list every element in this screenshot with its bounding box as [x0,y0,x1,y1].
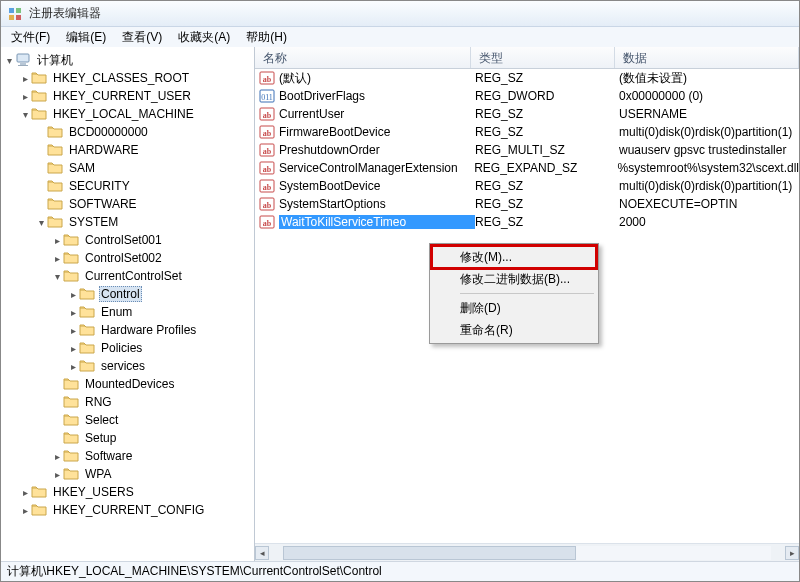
tree-item[interactable]: ▸Control [3,285,254,303]
tree-item-label: HKEY_CLASSES_ROOT [51,71,191,85]
col-data[interactable]: 数据 [615,47,799,68]
tree-item[interactable]: ▸HKEY_USERS [3,483,254,501]
tree-item[interactable]: ▾HKEY_LOCAL_MACHINE [3,105,254,123]
tree-item[interactable]: ▸ControlSet002 [3,249,254,267]
menu-file[interactable]: 文件(F) [3,28,58,47]
menu-view[interactable]: 查看(V) [114,28,170,47]
tree-item[interactable]: ▸HKEY_CURRENT_CONFIG [3,501,254,519]
tree-item-label: HKEY_CURRENT_CONFIG [51,503,206,517]
toggle-icon[interactable]: ▸ [67,343,79,354]
table-row[interactable]: abFirmwareBootDeviceREG_SZmulti(0)disk(0… [255,123,799,141]
tree-item[interactable]: ▸WPA [3,465,254,483]
table-row[interactable]: abCurrentUserREG_SZUSERNAME [255,105,799,123]
tree-item[interactable]: ▸Hardware Profiles [3,321,254,339]
menu-modify-binary[interactable]: 修改二进制数据(B)... [432,268,596,290]
table-row[interactable]: ab(默认)REG_SZ(数值未设置) [255,69,799,87]
tree-item[interactable]: HARDWARE [3,141,254,159]
svg-text:ab: ab [263,129,272,138]
tree-item[interactable]: SAM [3,159,254,177]
app-icon [7,6,23,22]
value-type: REG_MULTI_SZ [475,143,619,157]
tree-item[interactable]: SOFTWARE [3,195,254,213]
menu-fav[interactable]: 收藏夹(A) [170,28,238,47]
folder-icon [63,413,79,427]
menu-delete[interactable]: 删除(D) [432,297,596,319]
table-row[interactable]: abSystemStartOptionsREG_SZ NOEXECUTE=OPT… [255,195,799,213]
string-value-icon: ab [259,214,275,230]
tree-item[interactable]: Setup [3,429,254,447]
tree-item[interactable]: ▸services [3,357,254,375]
folder-icon [47,125,63,139]
statusbar: 计算机\HKEY_LOCAL_MACHINE\SYSTEM\CurrentCon… [1,561,799,581]
horizontal-scrollbar[interactable]: ◂ ▸ [255,543,799,561]
toggle-icon[interactable]: ▸ [51,235,63,246]
table-row[interactable]: 011BootDriverFlagsREG_DWORD0x00000000 (0… [255,87,799,105]
scroll-thumb[interactable] [283,546,576,560]
menu-modify[interactable]: 修改(M)... [432,246,596,268]
table-row[interactable]: abSystemBootDeviceREG_SZmulti(0)disk(0)r… [255,177,799,195]
tree-item[interactable]: Select [3,411,254,429]
tree-item-label: Enum [99,305,134,319]
toggle-icon[interactable]: ▸ [51,451,63,462]
tree-item-label: SAM [67,161,97,175]
tree-root[interactable]: ▾计算机 [3,51,254,69]
toggle-icon[interactable]: ▸ [19,505,31,516]
tree-item-label: Software [83,449,134,463]
toggle-icon[interactable]: ▾ [51,271,63,282]
table-row[interactable]: abServiceControlManagerExtensionREG_EXPA… [255,159,799,177]
tree-item[interactable]: SECURITY [3,177,254,195]
value-name: ServiceControlManagerExtension [279,161,474,175]
value-name: CurrentUser [279,107,475,121]
value-data: multi(0)disk(0)rdisk(0)partition(1) [619,179,799,193]
folder-icon [63,233,79,247]
tree-item[interactable]: RNG [3,393,254,411]
status-path: 计算机\HKEY_LOCAL_MACHINE\SYSTEM\CurrentCon… [7,563,382,580]
col-name[interactable]: 名称 [255,47,471,68]
value-type: REG_SZ [475,107,619,121]
folder-icon [79,323,95,337]
svg-text:ab: ab [263,183,272,192]
context-menu: 修改(M)... 修改二进制数据(B)... 删除(D) 重命名(R) [429,243,599,344]
string-value-icon: ab [259,142,275,158]
tree-item[interactable]: ▸Enum [3,303,254,321]
svg-text:ab: ab [263,165,272,174]
tree-item[interactable]: ▸Policies [3,339,254,357]
table-row[interactable]: abWaitToKillServiceTimeoREG_SZ2000 [255,213,799,231]
tree-view[interactable]: ▾计算机▸HKEY_CLASSES_ROOT▸HKEY_CURRENT_USER… [1,47,255,561]
scroll-right-button[interactable]: ▸ [785,546,799,560]
value-type: REG_SZ [475,71,619,85]
svg-text:ab: ab [263,219,272,228]
toggle-icon[interactable]: ▾ [3,55,15,66]
toggle-icon[interactable]: ▸ [51,469,63,480]
toggle-icon[interactable]: ▸ [67,361,79,372]
tree-item[interactable]: MountedDevices [3,375,254,393]
tree-item-label: WPA [83,467,113,481]
toggle-icon[interactable]: ▸ [19,91,31,102]
tree-item[interactable]: ▸ControlSet001 [3,231,254,249]
folder-icon [63,431,79,445]
toggle-icon[interactable]: ▸ [19,73,31,84]
tree-item[interactable]: ▾SYSTEM [3,213,254,231]
toggle-icon[interactable]: ▸ [19,487,31,498]
value-name: FirmwareBootDevice [279,125,475,139]
menu-edit[interactable]: 编辑(E) [58,28,114,47]
toggle-icon[interactable]: ▸ [51,253,63,264]
toggle-icon[interactable]: ▸ [67,289,79,300]
value-data: NOEXECUTE=OPTIN [619,197,799,211]
toggle-icon[interactable]: ▾ [35,217,47,228]
table-row[interactable]: abPreshutdownOrderREG_MULTI_SZwuauserv g… [255,141,799,159]
value-name: PreshutdownOrder [279,143,475,157]
tree-item[interactable]: ▸HKEY_CURRENT_USER [3,87,254,105]
toggle-icon[interactable]: ▸ [67,325,79,336]
col-type[interactable]: 类型 [471,47,615,68]
tree-item[interactable]: ▾CurrentControlSet [3,267,254,285]
menu-help[interactable]: 帮助(H) [238,28,295,47]
menu-rename[interactable]: 重命名(R) [432,319,596,341]
toggle-icon[interactable]: ▸ [67,307,79,318]
tree-item[interactable]: ▸HKEY_CLASSES_ROOT [3,69,254,87]
toggle-icon[interactable]: ▾ [19,109,31,120]
tree-item[interactable]: BCD00000000 [3,123,254,141]
scroll-left-button[interactable]: ◂ [255,546,269,560]
tree-item[interactable]: ▸Software [3,447,254,465]
scroll-track[interactable] [283,546,771,560]
